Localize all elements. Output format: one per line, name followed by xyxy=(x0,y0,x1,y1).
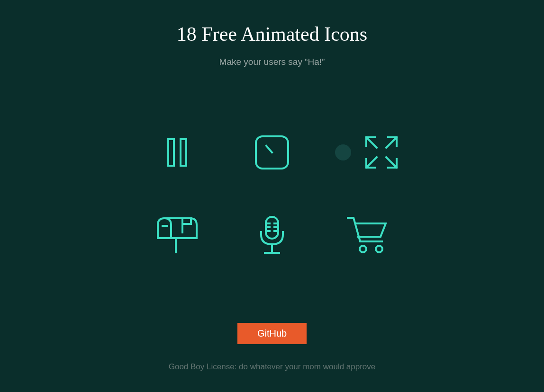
svg-point-19 xyxy=(360,246,366,252)
license-text: Good Boy License: do whatever your mom w… xyxy=(169,362,376,372)
svg-line-3 xyxy=(266,146,272,152)
svg-line-7 xyxy=(386,157,397,168)
clock-icon[interactable] xyxy=(254,134,290,170)
svg-line-4 xyxy=(366,137,377,148)
svg-point-20 xyxy=(376,246,382,252)
page-subtitle: Make your users say “Ha!” xyxy=(219,57,325,67)
microphone-icon[interactable] xyxy=(258,215,286,256)
svg-line-5 xyxy=(386,137,397,148)
icon-grid xyxy=(130,134,414,254)
page-container: 18 Free Animated Icons Make your users s… xyxy=(0,0,544,372)
github-button[interactable]: GitHub xyxy=(237,323,307,344)
cart-icon[interactable] xyxy=(346,216,388,255)
svg-rect-0 xyxy=(168,139,174,166)
svg-rect-1 xyxy=(181,139,186,166)
mailbox-icon[interactable] xyxy=(156,216,199,254)
notification-dot-icon xyxy=(335,144,351,160)
expand-icon[interactable] xyxy=(335,135,399,169)
page-title: 18 Free Animated Icons xyxy=(177,23,367,45)
svg-line-6 xyxy=(366,157,377,168)
pause-icon[interactable] xyxy=(165,137,189,168)
